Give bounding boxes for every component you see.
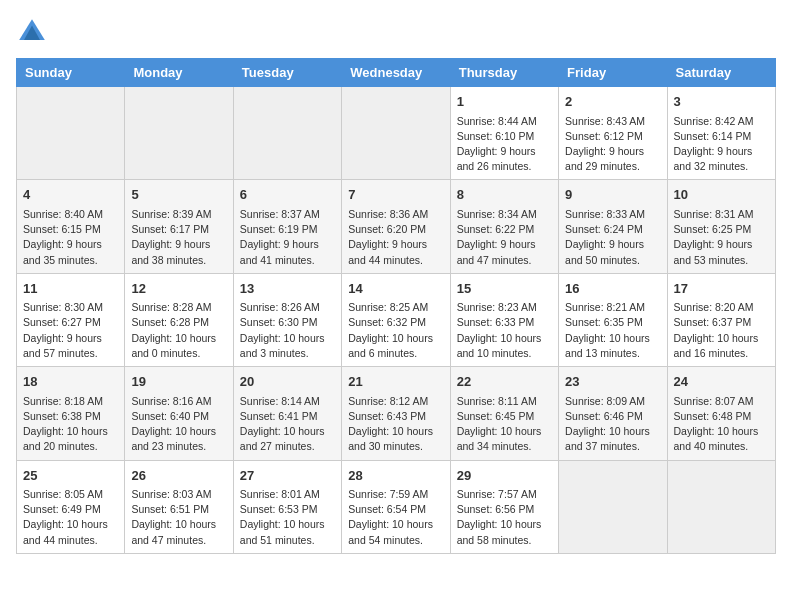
- day-info: Sunrise: 8:42 AMSunset: 6:14 PMDaylight:…: [674, 114, 769, 175]
- logo-icon: [16, 16, 48, 48]
- day-number: 22: [457, 372, 552, 392]
- calendar-cell: 11Sunrise: 8:30 AMSunset: 6:27 PMDayligh…: [17, 273, 125, 366]
- header: [16, 16, 776, 48]
- day-info: Sunrise: 8:12 AMSunset: 6:43 PMDaylight:…: [348, 394, 443, 455]
- calendar-cell: 4Sunrise: 8:40 AMSunset: 6:15 PMDaylight…: [17, 180, 125, 273]
- calendar-cell: 24Sunrise: 8:07 AMSunset: 6:48 PMDayligh…: [667, 367, 775, 460]
- day-number: 18: [23, 372, 118, 392]
- calendar-cell: 26Sunrise: 8:03 AMSunset: 6:51 PMDayligh…: [125, 460, 233, 553]
- day-number: 2: [565, 92, 660, 112]
- day-number: 1: [457, 92, 552, 112]
- day-info: Sunrise: 8:34 AMSunset: 6:22 PMDaylight:…: [457, 207, 552, 268]
- day-number: 28: [348, 466, 443, 486]
- calendar-cell: 20Sunrise: 8:14 AMSunset: 6:41 PMDayligh…: [233, 367, 341, 460]
- day-info: Sunrise: 8:37 AMSunset: 6:19 PMDaylight:…: [240, 207, 335, 268]
- header-cell-monday: Monday: [125, 59, 233, 87]
- day-number: 15: [457, 279, 552, 299]
- header-cell-saturday: Saturday: [667, 59, 775, 87]
- day-info: Sunrise: 8:23 AMSunset: 6:33 PMDaylight:…: [457, 300, 552, 361]
- header-cell-thursday: Thursday: [450, 59, 558, 87]
- calendar-cell: 12Sunrise: 8:28 AMSunset: 6:28 PMDayligh…: [125, 273, 233, 366]
- day-info: Sunrise: 8:11 AMSunset: 6:45 PMDaylight:…: [457, 394, 552, 455]
- day-number: 4: [23, 185, 118, 205]
- day-info: Sunrise: 8:43 AMSunset: 6:12 PMDaylight:…: [565, 114, 660, 175]
- calendar-cell: 1Sunrise: 8:44 AMSunset: 6:10 PMDaylight…: [450, 87, 558, 180]
- day-info: Sunrise: 8:28 AMSunset: 6:28 PMDaylight:…: [131, 300, 226, 361]
- calendar-cell: 7Sunrise: 8:36 AMSunset: 6:20 PMDaylight…: [342, 180, 450, 273]
- calendar-cell: [125, 87, 233, 180]
- calendar-cell: 9Sunrise: 8:33 AMSunset: 6:24 PMDaylight…: [559, 180, 667, 273]
- calendar-cell: [17, 87, 125, 180]
- day-info: Sunrise: 8:31 AMSunset: 6:25 PMDaylight:…: [674, 207, 769, 268]
- calendar-cell: 13Sunrise: 8:26 AMSunset: 6:30 PMDayligh…: [233, 273, 341, 366]
- day-info: Sunrise: 8:18 AMSunset: 6:38 PMDaylight:…: [23, 394, 118, 455]
- day-number: 17: [674, 279, 769, 299]
- day-number: 9: [565, 185, 660, 205]
- day-info: Sunrise: 8:30 AMSunset: 6:27 PMDaylight:…: [23, 300, 118, 361]
- header-cell-friday: Friday: [559, 59, 667, 87]
- day-number: 24: [674, 372, 769, 392]
- header-cell-wednesday: Wednesday: [342, 59, 450, 87]
- day-number: 21: [348, 372, 443, 392]
- calendar-cell: 22Sunrise: 8:11 AMSunset: 6:45 PMDayligh…: [450, 367, 558, 460]
- day-info: Sunrise: 8:01 AMSunset: 6:53 PMDaylight:…: [240, 487, 335, 548]
- day-info: Sunrise: 8:20 AMSunset: 6:37 PMDaylight:…: [674, 300, 769, 361]
- calendar-cell: 19Sunrise: 8:16 AMSunset: 6:40 PMDayligh…: [125, 367, 233, 460]
- day-number: 6: [240, 185, 335, 205]
- day-info: Sunrise: 7:57 AMSunset: 6:56 PMDaylight:…: [457, 487, 552, 548]
- calendar-week-1: 1Sunrise: 8:44 AMSunset: 6:10 PMDaylight…: [17, 87, 776, 180]
- day-number: 13: [240, 279, 335, 299]
- day-info: Sunrise: 8:36 AMSunset: 6:20 PMDaylight:…: [348, 207, 443, 268]
- day-info: Sunrise: 8:40 AMSunset: 6:15 PMDaylight:…: [23, 207, 118, 268]
- calendar-cell: 14Sunrise: 8:25 AMSunset: 6:32 PMDayligh…: [342, 273, 450, 366]
- day-number: 27: [240, 466, 335, 486]
- day-number: 5: [131, 185, 226, 205]
- day-info: Sunrise: 8:26 AMSunset: 6:30 PMDaylight:…: [240, 300, 335, 361]
- day-info: Sunrise: 8:07 AMSunset: 6:48 PMDaylight:…: [674, 394, 769, 455]
- logo: [16, 16, 52, 48]
- calendar-week-5: 25Sunrise: 8:05 AMSunset: 6:49 PMDayligh…: [17, 460, 776, 553]
- day-number: 19: [131, 372, 226, 392]
- calendar-cell: 18Sunrise: 8:18 AMSunset: 6:38 PMDayligh…: [17, 367, 125, 460]
- calendar-cell: 8Sunrise: 8:34 AMSunset: 6:22 PMDaylight…: [450, 180, 558, 273]
- day-number: 8: [457, 185, 552, 205]
- calendar-cell: 10Sunrise: 8:31 AMSunset: 6:25 PMDayligh…: [667, 180, 775, 273]
- day-info: Sunrise: 8:44 AMSunset: 6:10 PMDaylight:…: [457, 114, 552, 175]
- day-info: Sunrise: 8:21 AMSunset: 6:35 PMDaylight:…: [565, 300, 660, 361]
- day-info: Sunrise: 8:05 AMSunset: 6:49 PMDaylight:…: [23, 487, 118, 548]
- calendar-cell: 3Sunrise: 8:42 AMSunset: 6:14 PMDaylight…: [667, 87, 775, 180]
- calendar-cell: [559, 460, 667, 553]
- day-number: 20: [240, 372, 335, 392]
- day-number: 10: [674, 185, 769, 205]
- calendar-week-4: 18Sunrise: 8:18 AMSunset: 6:38 PMDayligh…: [17, 367, 776, 460]
- day-number: 7: [348, 185, 443, 205]
- day-number: 25: [23, 466, 118, 486]
- calendar-cell: [667, 460, 775, 553]
- calendar-cell: 2Sunrise: 8:43 AMSunset: 6:12 PMDaylight…: [559, 87, 667, 180]
- day-info: Sunrise: 8:33 AMSunset: 6:24 PMDaylight:…: [565, 207, 660, 268]
- day-number: 29: [457, 466, 552, 486]
- calendar-cell: [342, 87, 450, 180]
- day-number: 14: [348, 279, 443, 299]
- header-cell-tuesday: Tuesday: [233, 59, 341, 87]
- calendar-week-2: 4Sunrise: 8:40 AMSunset: 6:15 PMDaylight…: [17, 180, 776, 273]
- calendar-cell: 17Sunrise: 8:20 AMSunset: 6:37 PMDayligh…: [667, 273, 775, 366]
- calendar-cell: 6Sunrise: 8:37 AMSunset: 6:19 PMDaylight…: [233, 180, 341, 273]
- day-number: 3: [674, 92, 769, 112]
- calendar-cell: 23Sunrise: 8:09 AMSunset: 6:46 PMDayligh…: [559, 367, 667, 460]
- calendar-table: SundayMondayTuesdayWednesdayThursdayFrid…: [16, 58, 776, 554]
- day-info: Sunrise: 8:14 AMSunset: 6:41 PMDaylight:…: [240, 394, 335, 455]
- calendar-cell: 25Sunrise: 8:05 AMSunset: 6:49 PMDayligh…: [17, 460, 125, 553]
- calendar-cell: 29Sunrise: 7:57 AMSunset: 6:56 PMDayligh…: [450, 460, 558, 553]
- day-number: 23: [565, 372, 660, 392]
- day-number: 11: [23, 279, 118, 299]
- calendar-cell: [233, 87, 341, 180]
- calendar-cell: 28Sunrise: 7:59 AMSunset: 6:54 PMDayligh…: [342, 460, 450, 553]
- day-info: Sunrise: 8:39 AMSunset: 6:17 PMDaylight:…: [131, 207, 226, 268]
- calendar-week-3: 11Sunrise: 8:30 AMSunset: 6:27 PMDayligh…: [17, 273, 776, 366]
- day-number: 26: [131, 466, 226, 486]
- calendar-cell: 5Sunrise: 8:39 AMSunset: 6:17 PMDaylight…: [125, 180, 233, 273]
- calendar-cell: 15Sunrise: 8:23 AMSunset: 6:33 PMDayligh…: [450, 273, 558, 366]
- day-number: 12: [131, 279, 226, 299]
- header-row: SundayMondayTuesdayWednesdayThursdayFrid…: [17, 59, 776, 87]
